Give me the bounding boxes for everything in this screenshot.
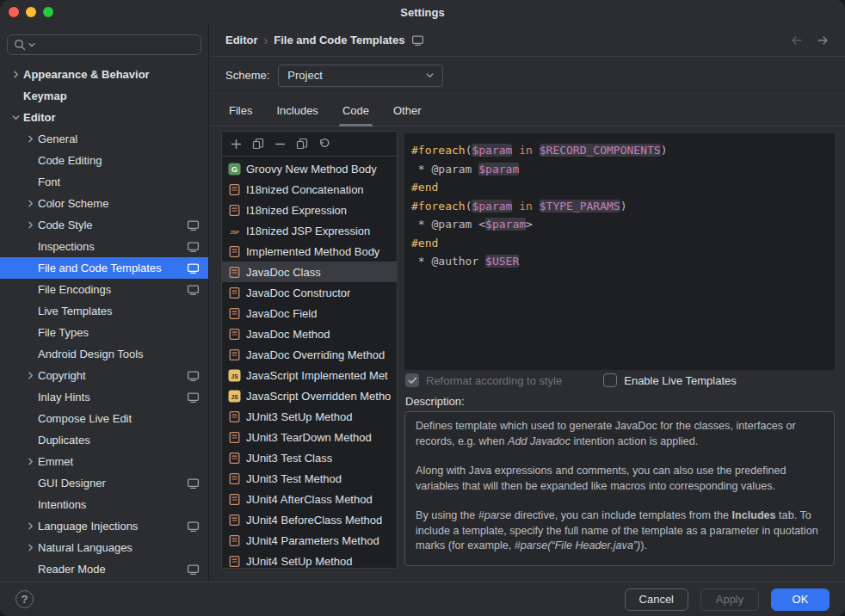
- ok-button[interactable]: OK: [771, 588, 830, 611]
- code-line: * @param <$param>: [411, 215, 828, 234]
- template-item-i18nized-jsp-expression[interactable]: JSPI18nized JSP Expression: [222, 220, 397, 241]
- template-item-junit3-setup-method[interactable]: JUnit3 SetUp Method: [222, 406, 397, 427]
- sidebar-item-inlay-hints[interactable]: Inlay Hints: [0, 386, 208, 408]
- settings-tree: Appearance & BehaviorKeymapEditorGeneral…: [0, 64, 208, 580]
- template-item-label: Implemented Method Body: [246, 245, 379, 258]
- jsp-file-icon: JSP: [227, 225, 241, 237]
- sidebar-item-compose-live-edit[interactable]: Compose Live Edit: [0, 408, 208, 429]
- reformat-checkbox[interactable]: Reformat according to style: [405, 373, 562, 387]
- template-item-groovy-new-method-body[interactable]: GGroovy New Method Body: [222, 158, 397, 179]
- template-code-editor[interactable]: #foreach($param in $RECORD_COMPONENTS) *…: [404, 133, 835, 370]
- sidebar-item-general[interactable]: General: [0, 128, 208, 150]
- sidebar-item-natural-languages[interactable]: Natural Languages: [0, 537, 208, 558]
- cancel-button[interactable]: Cancel: [625, 588, 688, 611]
- sidebar-item-label: Color Scheme: [38, 197, 108, 210]
- breadcrumb: Editor › File and Code Templates: [210, 24, 845, 57]
- template-item-junit3-teardown-method[interactable]: JUnit3 TearDown Method: [222, 427, 397, 447]
- sidebar-item-copyright[interactable]: Copyright: [0, 365, 208, 386]
- template-item-javadoc-overriding-method[interactable]: JavaDoc Overriding Method: [222, 344, 397, 365]
- sidebar-item-color-scheme[interactable]: Color Scheme: [0, 193, 208, 214]
- enable-live-templates-checkbox[interactable]: Enable Live Templates: [603, 373, 737, 387]
- sidebar-item-label: Duplicates: [38, 434, 90, 447]
- sidebar-item-inspections[interactable]: Inspections: [0, 236, 208, 257]
- sidebar-item-keymap[interactable]: Keymap: [0, 85, 208, 107]
- template-item-label: JavaDoc Class: [246, 266, 321, 279]
- template-item-javascript-implemented-met[interactable]: JSJavaScript Implemented Met: [222, 365, 397, 385]
- template-item-i18nized-concatenation[interactable]: I18nized Concatenation: [222, 179, 397, 200]
- sidebar-item-label: Appearance & Behavior: [23, 68, 150, 81]
- template-item-label: JUnit3 Test Class: [246, 452, 332, 465]
- navigate-forward-icon[interactable]: [816, 34, 830, 46]
- sidebar-item-label: Android Design Tools: [38, 348, 144, 360]
- template-item-label: I18nized Concatenation: [246, 183, 364, 196]
- monitor-icon: [187, 262, 200, 274]
- breadcrumb-editor[interactable]: Editor: [225, 34, 258, 46]
- description-panel[interactable]: Defines template which used to generate …: [404, 411, 835, 566]
- template-file-icon: [227, 514, 241, 527]
- sidebar-item-editor[interactable]: Editor: [0, 107, 208, 128]
- scheme-row: Scheme: Project: [210, 58, 845, 94]
- sidebar-item-code-style[interactable]: Code Style: [0, 214, 208, 236]
- sidebar-item-file-and-code-templates[interactable]: File and Code Templates: [0, 257, 208, 279]
- minimize-window-button[interactable]: [26, 7, 36, 17]
- help-button[interactable]: ?: [15, 590, 34, 608]
- copy-template-icon[interactable]: [296, 138, 308, 150]
- sidebar-item-intentions[interactable]: Intentions: [0, 494, 208, 515]
- breadcrumb-separator: ›: [264, 34, 268, 47]
- template-item-javascript-overridden-metho[interactable]: JSJavaScript Overridden Metho: [222, 385, 397, 406]
- js-file-icon: JS: [227, 369, 241, 382]
- template-item-junit3-test-class[interactable]: JUnit3 Test Class: [222, 447, 397, 468]
- template-item-i18nized-expression[interactable]: I18nized Expression: [222, 200, 397, 220]
- template-item-javadoc-constructor[interactable]: JavaDoc Constructor: [222, 282, 397, 303]
- template-item-junit4-setup-method[interactable]: JUnit4 SetUp Method: [222, 551, 397, 568]
- reset-to-default-icon[interactable]: [318, 138, 330, 150]
- sidebar-item-emmet[interactable]: Emmet: [0, 451, 208, 472]
- svg-text:JS: JS: [231, 373, 238, 379]
- settings-search-field[interactable]: [7, 34, 201, 55]
- template-item-javadoc-field[interactable]: JavaDoc Field: [222, 303, 397, 323]
- sidebar-item-font[interactable]: Font: [0, 171, 208, 193]
- sidebar-item-label: Intentions: [38, 498, 86, 511]
- template-item-javadoc-method[interactable]: JavaDoc Method: [222, 323, 397, 344]
- sidebar-item-reader-mode[interactable]: Reader Mode: [0, 558, 208, 580]
- sidebar-item-code-editing[interactable]: Code Editing: [0, 150, 208, 171]
- scheme-label: Scheme:: [225, 69, 269, 82]
- create-child-template-icon[interactable]: [252, 138, 264, 150]
- navigate-back-icon[interactable]: [790, 34, 804, 46]
- tab-includes[interactable]: Includes: [273, 95, 321, 126]
- sidebar-item-file-types[interactable]: File Types: [0, 322, 208, 343]
- sidebar-item-duplicates[interactable]: Duplicates: [0, 429, 208, 451]
- tab-files[interactable]: Files: [225, 95, 256, 126]
- template-item-implemented-method-body[interactable]: Implemented Method Body: [222, 241, 397, 262]
- description-label: Description:: [405, 395, 465, 408]
- fullscreen-window-button[interactable]: [43, 7, 53, 17]
- template-item-javadoc-class[interactable]: JavaDoc Class: [222, 262, 397, 282]
- template-file-icon: [227, 328, 241, 341]
- sidebar-item-label: Keymap: [23, 89, 67, 102]
- tab-code[interactable]: Code: [339, 95, 373, 126]
- apply-button[interactable]: Apply: [700, 588, 759, 611]
- template-item-junit4-beforeclass-method[interactable]: JUnit4 BeforeClass Method: [222, 509, 397, 530]
- tab-other[interactable]: Other: [390, 95, 425, 126]
- template-file-icon: [227, 472, 241, 485]
- sidebar-item-label: Code Style: [38, 219, 93, 231]
- search-history-chevron-icon: [28, 41, 35, 48]
- template-item-junit3-test-method[interactable]: JUnit3 Test Method: [222, 468, 397, 489]
- sidebar-item-appearance-behavior[interactable]: Appearance & Behavior: [0, 64, 208, 85]
- template-item-junit4-afterclass-method[interactable]: JUnit4 AfterClass Method: [222, 489, 397, 509]
- sidebar-item-gui-designer[interactable]: GUI Designer: [0, 472, 208, 494]
- sidebar-item-live-templates[interactable]: Live Templates: [0, 300, 208, 322]
- add-template-icon[interactable]: [231, 139, 242, 150]
- template-item-junit4-parameters-method[interactable]: JUnit4 Parameters Method: [222, 530, 397, 551]
- close-window-button[interactable]: [9, 7, 19, 17]
- sidebar-item-language-injections[interactable]: Language Injections: [0, 515, 208, 537]
- sidebar-item-android-design-tools[interactable]: Android Design Tools: [0, 343, 208, 365]
- template-item-label: JUnit3 Test Method: [246, 472, 342, 485]
- sidebar-item-file-encodings[interactable]: File Encodings: [0, 279, 208, 300]
- settings-content: Editor › File and Code Templates Scheme:…: [210, 24, 845, 582]
- template-item-label: JUnit4 Parameters Method: [246, 534, 379, 547]
- remove-template-icon[interactable]: [274, 139, 286, 150]
- live-templates-checkbox-box: [603, 373, 617, 387]
- scheme-select[interactable]: Project: [278, 65, 443, 87]
- code-line: #end: [411, 234, 828, 253]
